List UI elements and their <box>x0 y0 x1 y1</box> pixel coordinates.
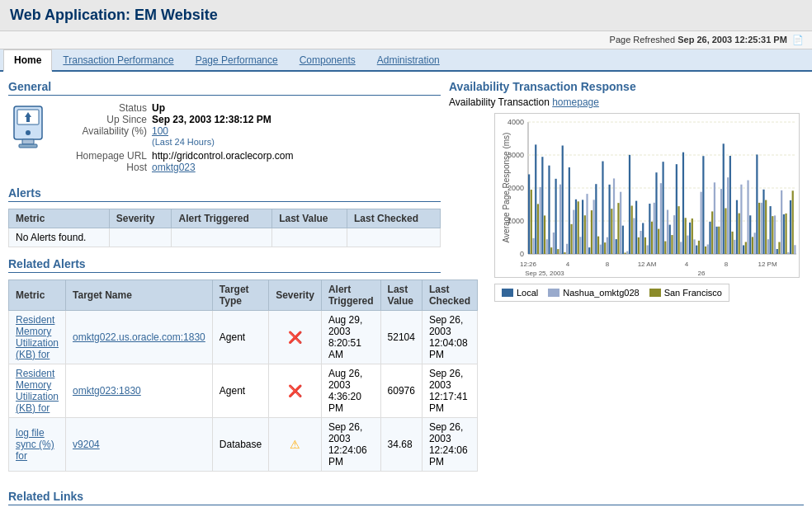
related-links-title: Related Links <box>8 490 804 505</box>
up-since-label: Up Since <box>56 114 147 125</box>
svg-text:8: 8 <box>606 261 610 268</box>
host-value-link[interactable]: omktg023 <box>152 162 196 173</box>
y-axis-label: Average Page Response (ms) <box>502 133 511 243</box>
alerts-col-last-value: Last Value <box>272 209 347 228</box>
svg-rect-30 <box>535 144 536 254</box>
chart-legend: Local Nashua_omktg028 San Francisco <box>494 284 729 302</box>
svg-rect-121 <box>739 214 740 254</box>
ra-col-severity: Severity <box>269 280 322 311</box>
svg-rect-141 <box>783 214 785 254</box>
svg-rect-34 <box>544 215 545 254</box>
related-alerts-header-row: Metric Target Name Target Type Severity … <box>9 280 478 311</box>
svg-rect-88 <box>664 242 666 254</box>
svg-rect-108 <box>709 222 710 254</box>
ra-metric[interactable]: Resident Memory Utilization (KB) for <box>9 311 66 364</box>
svg-rect-64 <box>611 209 612 254</box>
ra-metric[interactable]: Resident Memory Utilization (KB) for <box>9 364 66 418</box>
ra-last-value: 52104 <box>380 311 422 364</box>
svg-rect-84 <box>655 172 657 254</box>
svg-rect-145 <box>792 190 794 254</box>
availability-row: Availability (%) 100 <box>56 125 293 137</box>
svg-rect-99 <box>689 223 691 254</box>
svg-rect-35 <box>546 239 548 254</box>
tab-administration[interactable]: Administration <box>366 49 451 72</box>
nav-tabs: Home Transaction Performance Page Perfor… <box>0 49 812 72</box>
chart-subtitle-link[interactable]: homepage <box>552 96 599 108</box>
chart-title: Availability Transaction Response <box>449 80 804 93</box>
related-alerts-table: Metric Target Name Target Type Severity … <box>8 279 478 472</box>
svg-rect-60 <box>602 162 603 254</box>
svg-rect-32 <box>540 187 541 254</box>
svg-rect-29 <box>532 238 534 254</box>
ra-severity: ⚠ <box>269 418 322 472</box>
svg-rect-87 <box>663 162 664 254</box>
svg-point-2 <box>26 130 31 135</box>
up-since-row: Up Since Sep 23, 2003 12:38:12 PM <box>56 114 293 125</box>
svg-text:Sep 25, 2003: Sep 25, 2003 <box>525 270 564 277</box>
svg-rect-98 <box>687 236 688 254</box>
ra-triggered: Sep 26, 2003 12:24:06 PM <box>321 418 380 472</box>
legend-local: Local <box>502 288 538 298</box>
severity-critical-icon: ❌ <box>288 384 302 397</box>
svg-rect-113 <box>720 189 722 254</box>
svg-rect-118 <box>731 232 733 254</box>
ra-target[interactable]: omktg023:1830 <box>66 364 213 418</box>
ra-col-metric: Metric <box>9 280 66 311</box>
svg-rect-132 <box>762 190 764 254</box>
svg-rect-102 <box>696 246 697 254</box>
svg-rect-92 <box>673 215 675 254</box>
svg-rect-80 <box>647 245 649 254</box>
tab-components[interactable]: Components <box>289 49 366 72</box>
chart-wrapper: 0 1000 2000 3000 4000 12:26 4 8 12 AM 4 … <box>494 113 804 280</box>
svg-rect-58 <box>597 237 599 254</box>
svg-rect-47 <box>573 210 574 254</box>
severity-critical-icon: ❌ <box>288 331 302 344</box>
severity-warning-icon: ⚠ <box>290 438 300 451</box>
ra-type: Agent <box>212 364 268 418</box>
svg-text:4: 4 <box>566 261 570 268</box>
ra-col-last-value: Last Value <box>380 280 422 311</box>
ra-col-triggered: Alert Triggered <box>321 280 380 311</box>
svg-rect-72 <box>629 155 630 254</box>
availability-label: Availability (%) <box>56 125 147 137</box>
ra-target[interactable]: omktg022.us.oracle.com:1830 <box>66 311 213 364</box>
ra-type: Agent <box>212 311 268 364</box>
svg-rect-82 <box>651 222 653 254</box>
app-header: Web Application: EM Website <box>0 0 812 31</box>
svg-rect-61 <box>604 242 606 254</box>
tab-transaction-performance[interactable]: Transaction Performance <box>52 49 184 72</box>
svg-rect-134 <box>767 239 769 254</box>
svg-rect-38 <box>553 233 555 254</box>
ra-metric[interactable]: log file sync (%) for <box>9 418 66 472</box>
refresh-bar: Page Refreshed Sep 26, 2003 12:25:31 PM … <box>0 31 812 49</box>
svg-rect-109 <box>711 211 713 254</box>
svg-rect-59 <box>600 245 602 254</box>
ra-col-target: Target Name <box>66 280 213 311</box>
svg-rect-130 <box>758 203 760 254</box>
svg-text:4000: 4000 <box>508 118 524 126</box>
alerts-empty-message: No Alerts found. <box>9 228 110 247</box>
related-alerts-section: Related Alerts Metric Target Name Target… <box>8 257 441 472</box>
legend-nashua-label: Nashua_omktg028 <box>563 288 639 298</box>
general-section-title: General <box>8 80 441 96</box>
page-wrapper: Web Application: EM Website Page Refresh… <box>0 0 812 512</box>
svg-rect-100 <box>692 218 693 254</box>
svg-text:26: 26 <box>698 270 706 277</box>
svg-rect-69 <box>622 226 624 254</box>
general-details: Status Up Up Since Sep 23, 2003 12:38:12… <box>56 102 293 173</box>
ra-target[interactable]: v9204 <box>66 418 213 472</box>
svg-rect-111 <box>716 227 718 254</box>
legend-sf-box <box>649 289 661 297</box>
svg-rect-89 <box>667 210 668 254</box>
alerts-empty-row: No Alerts found. <box>9 228 441 247</box>
alerts-col-last-checked: Last Checked <box>347 209 440 228</box>
svg-rect-66 <box>616 239 617 254</box>
right-panel: Availability Transaction Response Availa… <box>449 80 804 481</box>
availability-value-link[interactable]: 100 <box>152 125 168 137</box>
svg-rect-51 <box>582 200 583 254</box>
tab-home[interactable]: Home <box>3 49 52 72</box>
tab-page-performance[interactable]: Page Performance <box>185 49 289 72</box>
alerts-table: Metric Severity Alert Triggered Last Val… <box>8 209 441 247</box>
svg-rect-39 <box>555 179 557 254</box>
svg-rect-126 <box>749 215 751 254</box>
